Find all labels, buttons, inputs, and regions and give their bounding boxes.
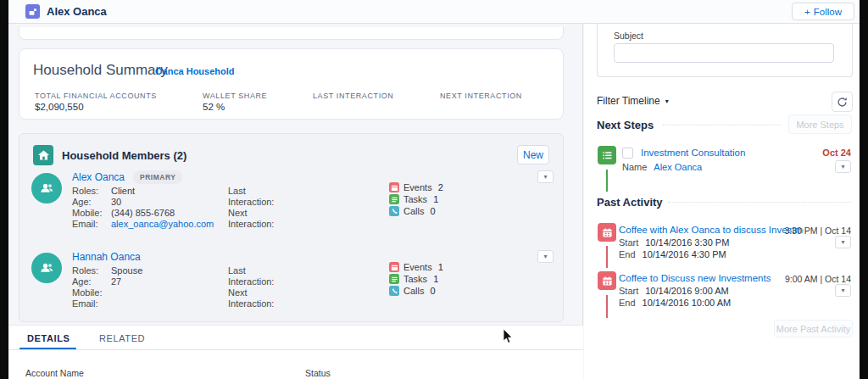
field-age: Age:30 [72, 197, 121, 207]
status-label: Status [305, 368, 331, 378]
tabs-divider [8, 349, 583, 350]
past-activity-title: Past Activity [597, 196, 663, 209]
past-activity-title-link[interactable]: Coffee with Alex Oanca to discuss Invest… [619, 225, 804, 235]
mouse-cursor [503, 329, 513, 348]
subject-label: Subject [614, 31, 643, 41]
stat-count: 1 [433, 194, 438, 204]
letterbox-right [860, 0, 868, 379]
member-name-link[interactable]: Alex Oanca [72, 171, 125, 183]
field-mobile: Mobile: [72, 287, 111, 298]
plus-icon: + [804, 7, 810, 17]
chevron-down-icon: ▾ [841, 164, 844, 170]
stat-label: Tasks [403, 194, 427, 204]
chevron-down-icon: ▾ [543, 174, 547, 181]
tab-details[interactable]: DETAILS [27, 333, 70, 343]
start-row: Start10/14/2016 3:30 PM [619, 237, 729, 248]
more-steps-button[interactable]: More Steps [788, 114, 852, 134]
past-activity-menu-button[interactable]: ▾ [835, 236, 851, 248]
household-members-title: Household Members (2) [62, 149, 186, 162]
start-value: 10/14/2016 9:00 AM [645, 286, 728, 296]
refresh-icon [837, 97, 848, 108]
new-member-button[interactable]: New [517, 145, 549, 164]
details-panel: DETAILS RELATED Account Name Status [8, 325, 583, 379]
stat-label: Events [403, 182, 432, 192]
next-step-date: Oct 24 [822, 148, 851, 158]
task-icon [598, 146, 616, 164]
timeline-connector [606, 295, 608, 318]
letterbox-left [0, 0, 8, 379]
next-interaction-label: Next [228, 287, 248, 298]
chevron-down-icon: ▾ [665, 98, 669, 105]
end-row: End10/14/2016 10:00 AM [619, 298, 731, 308]
next-step-name-row: NameAlex Oanca [622, 162, 702, 172]
stat-count: 1 [438, 262, 443, 272]
stat-calls: Calls 0 [389, 206, 436, 216]
household-summary-card: Household Summary Oanca Household TOTAL … [19, 48, 564, 120]
account-icon [25, 4, 40, 19]
stat-label: Events [403, 262, 432, 272]
field-value: Spouse [111, 265, 142, 276]
tab-related[interactable]: RELATED [99, 333, 145, 343]
follow-button[interactable]: + Follow [792, 3, 854, 20]
field-roles: Roles:Client [72, 186, 135, 196]
activity-sidebar: Subject Filter Timeline ▾ Next Steps Mor… [584, 24, 860, 379]
filter-timeline-label: Filter Timeline [597, 95, 660, 107]
member-row-menu-button[interactable]: ▾ [537, 250, 554, 263]
last-interaction-label: Last [228, 186, 246, 196]
member-row-alex: Alex Oanca PRIMARY Roles:Client Age:30 M… [19, 170, 565, 250]
metric-value-total-accounts: $2,090,550 [35, 102, 84, 112]
field-roles: Roles:Spouse [72, 265, 142, 276]
record-header: Alex Oanca + Follow [8, 0, 860, 24]
field-label: Email: [72, 219, 111, 229]
next-step-title-link[interactable]: Investment Consultation [641, 148, 745, 158]
field-value: (344) 855-6768 [111, 208, 175, 218]
next-step-menu-button[interactable]: ▾ [835, 160, 851, 173]
member-avatar-icon [31, 173, 62, 203]
name-value-link[interactable]: Alex Oanca [654, 162, 702, 172]
stat-label: Calls [403, 286, 424, 296]
member-name-link[interactable]: Hannah Oanca [72, 251, 141, 263]
household-link[interactable]: Oanca Household [155, 66, 235, 76]
field-age: Age:27 [72, 276, 121, 287]
last-interaction-label2: Interaction: [228, 276, 274, 287]
field-value: 27 [111, 276, 121, 287]
field-mobile: Mobile:(344) 855-6768 [72, 208, 175, 218]
member-row-menu-button[interactable]: ▾ [537, 170, 554, 183]
name-label: Name [622, 162, 647, 172]
more-past-activity-button[interactable]: More Past Activity [774, 320, 853, 337]
account-name-label: Account Name [25, 368, 84, 378]
next-interaction-label2: Interaction: [228, 298, 274, 309]
field-email: Email: [72, 298, 111, 309]
last-interaction-label2: Interaction: [228, 197, 274, 207]
filter-timeline[interactable]: Filter Timeline ▾ [597, 95, 669, 107]
chevron-down-icon: ▾ [841, 287, 844, 294]
past-activity-menu-button[interactable]: ▾ [835, 284, 851, 297]
stat-count: 2 [438, 182, 443, 192]
refresh-button[interactable] [832, 92, 853, 112]
start-label: Start [619, 237, 638, 248]
follow-label: Follow [814, 7, 842, 17]
metric-label-wallet-share: WALLET SHARE [203, 92, 267, 100]
subject-input[interactable] [614, 43, 834, 63]
past-activity-title-link[interactable]: Coffee to Discuss new Investments [619, 273, 771, 283]
timeline-connector [606, 246, 608, 268]
last-interaction-label: Last [228, 265, 246, 276]
events-icon [389, 182, 399, 192]
field-value: 30 [111, 197, 121, 207]
member-avatar-icon [31, 253, 62, 283]
metric-label-next-interaction: NEXT INTERACTION [440, 92, 522, 100]
metric-label-last-interaction: LAST INTERACTION [313, 92, 393, 100]
calls-icon [389, 286, 399, 296]
household-members-card: Household Members (2) New Alex Oanca PRI… [19, 133, 564, 322]
task-checkbox[interactable] [622, 148, 633, 159]
stat-label: Calls [403, 206, 424, 216]
timeline-connector [606, 170, 608, 192]
end-row: End10/14/2016 4:30 PM [619, 249, 726, 259]
stat-tasks: Tasks 1 [389, 274, 438, 284]
start-value: 10/14/2016 3:30 PM [645, 237, 729, 248]
events-icon [389, 262, 399, 272]
event-icon [598, 223, 616, 242]
stat-label: Tasks [403, 274, 427, 284]
email-link[interactable]: alex_oanca@yahoo.com [111, 219, 214, 229]
chevron-down-icon: ▾ [841, 239, 844, 246]
